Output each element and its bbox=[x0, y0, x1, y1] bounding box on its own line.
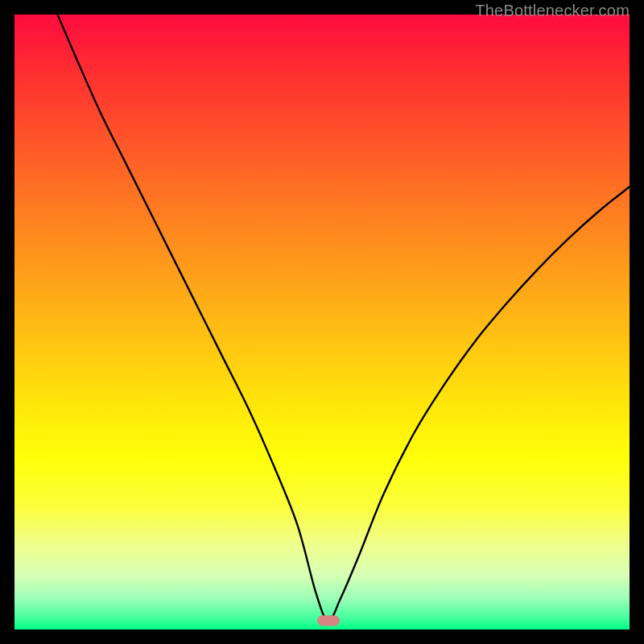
chart-frame: TheBottlenecker.com bbox=[0, 0, 644, 644]
bottleneck-curve bbox=[14, 14, 630, 630]
watermark-text: TheBottlenecker.com bbox=[475, 2, 630, 20]
optimal-point-marker bbox=[317, 616, 340, 626]
plot-area bbox=[14, 14, 630, 630]
